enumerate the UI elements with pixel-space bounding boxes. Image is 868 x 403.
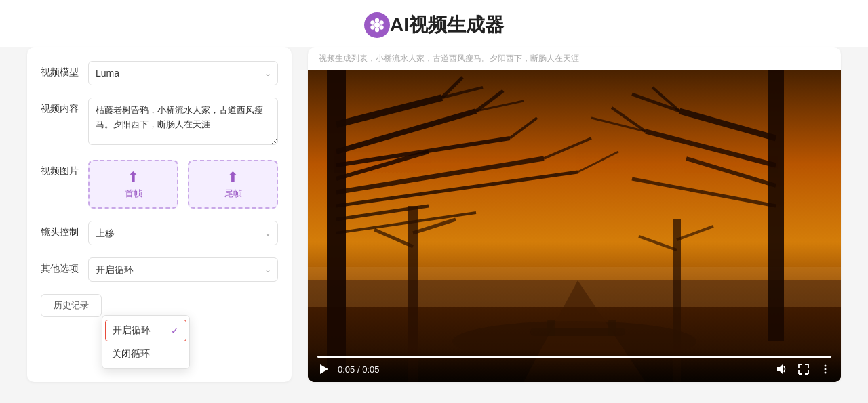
play-icon	[317, 363, 330, 375]
svg-point-4	[375, 28, 379, 32]
svg-point-5	[370, 25, 374, 29]
volume-icon	[776, 363, 788, 375]
other-control: 开启循环 ⌄	[88, 257, 278, 282]
dropdown-item-loop-on[interactable]: 开启循环 ✓	[105, 320, 186, 341]
first-frame-label: 首帧	[125, 188, 142, 200]
camera-label: 镜头控制	[41, 221, 88, 238]
svg-marker-46	[320, 364, 328, 374]
video-controls: 0:05 / 0:05	[308, 350, 841, 382]
options-dropdown: 开启循环 ✓ 关闭循环	[102, 315, 190, 369]
left-panel: 视频模型 Luma ⌄ 视频内容 枯藤老树昏鸦，小桥流水人家，古道西风瘦马。夕阳…	[27, 47, 292, 382]
model-select[interactable]: Luma	[88, 61, 278, 85]
svg-point-2	[379, 20, 383, 24]
svg-point-49	[825, 368, 827, 370]
last-frame-upload[interactable]: ⬆ 尾帧	[188, 160, 278, 209]
progress-bar[interactable]	[317, 356, 831, 358]
upload-icon-last: ⬆	[227, 169, 239, 185]
other-select[interactable]: 开启循环	[88, 257, 278, 282]
image-label: 视频图片	[41, 160, 88, 177]
content-textarea[interactable]: 枯藤老树昏鸦，小桥流水人家，古道西风瘦马。夕阳西下，断肠人在天涯	[88, 98, 278, 145]
dropdown-item-loop-off-label: 关闭循环	[112, 348, 150, 360]
svg-point-3	[379, 25, 383, 29]
video-container: 0:05 / 0:05	[308, 70, 841, 382]
other-row: 其他选项 开启循环 ⌄	[41, 257, 278, 282]
last-frame-label: 尾帧	[224, 188, 242, 200]
image-control: ⬆ 首帧 ⬆ 尾帧	[88, 160, 278, 209]
history-button[interactable]: 历史记录	[41, 294, 102, 317]
svg-rect-12	[327, 70, 346, 382]
camera-select[interactable]: 上移	[88, 221, 278, 245]
camera-row: 镜头控制 上移 ⌄	[41, 221, 278, 245]
history-row: 历史记录	[41, 294, 278, 317]
svg-rect-44	[547, 320, 555, 336]
content-row: 视频内容 枯藤老树昏鸦，小桥流水人家，古道西风瘦马。夕阳西下，断肠人在天涯	[41, 98, 278, 148]
other-label: 其他选项	[41, 257, 88, 275]
video-scene-svg	[308, 70, 841, 382]
camera-control: 上移 ⌄	[88, 221, 278, 245]
right-panel: 视频生成列表，小桥流水人家，古道西风瘦马。夕阳西下，断肠人在天涯	[308, 47, 841, 382]
header: AI视频生成器	[0, 0, 868, 47]
model-control: Luma ⌄	[88, 61, 278, 85]
svg-point-7	[374, 22, 380, 28]
more-icon	[819, 363, 831, 375]
model-select-wrapper[interactable]: Luma ⌄	[88, 61, 278, 85]
model-label: 视频模型	[41, 61, 88, 79]
image-row: 视频图片 ⬆ 首帧 ⬆ 尾帧	[41, 160, 278, 209]
time-total: 0:05	[362, 364, 379, 375]
controls-right	[776, 363, 831, 375]
time-display: 0:05 / 0:05	[338, 364, 379, 375]
other-select-wrapper[interactable]: 开启循环 ⌄	[88, 257, 278, 282]
content-label: 视频内容	[41, 98, 88, 115]
controls-row: 0:05 / 0:05	[317, 363, 831, 375]
more-button[interactable]	[819, 363, 831, 375]
svg-point-6	[370, 20, 374, 24]
content-control: 枯藤老树昏鸦，小桥流水人家，古道西风瘦马。夕阳西下，断肠人在天涯	[88, 98, 278, 148]
upload-row: ⬆ 首帧 ⬆ 尾帧	[88, 160, 278, 209]
svg-point-48	[825, 365, 827, 367]
svg-point-1	[375, 18, 379, 22]
fullscreen-icon	[797, 363, 810, 375]
app-title: AI视频生成器	[390, 12, 504, 38]
svg-point-50	[825, 372, 827, 374]
fullscreen-button[interactable]	[797, 363, 810, 375]
app-logo	[364, 12, 390, 38]
main-layout: 视频模型 Luma ⌄ 视频内容 枯藤老树昏鸦，小桥流水人家，古道西风瘦马。夕阳…	[0, 47, 868, 396]
check-icon: ✓	[171, 325, 179, 336]
volume-button[interactable]	[776, 363, 788, 375]
dropdown-item-loop-on-label: 开启循环	[113, 324, 151, 337]
play-button[interactable]	[317, 363, 330, 375]
svg-rect-45	[608, 320, 616, 336]
controls-left: 0:05 / 0:05	[317, 363, 379, 375]
progress-fill	[317, 356, 831, 358]
time-current: 0:05	[338, 364, 355, 375]
first-frame-upload[interactable]: ⬆ 首帧	[88, 160, 178, 209]
svg-marker-47	[777, 364, 783, 374]
breadcrumb: 视频生成列表，小桥流水人家，古道西风瘦马。夕阳西下，断肠人在天涯	[308, 47, 841, 70]
camera-select-wrapper[interactable]: 上移 ⌄	[88, 221, 278, 245]
model-row: 视频模型 Luma ⌄	[41, 61, 278, 85]
breadcrumb-text: 视频生成列表，小桥流水人家，古道西风瘦马。夕阳西下，断肠人在天涯	[319, 54, 579, 63]
upload-icon-first: ⬆	[127, 169, 139, 185]
dropdown-item-loop-off[interactable]: 关闭循环	[102, 343, 189, 366]
